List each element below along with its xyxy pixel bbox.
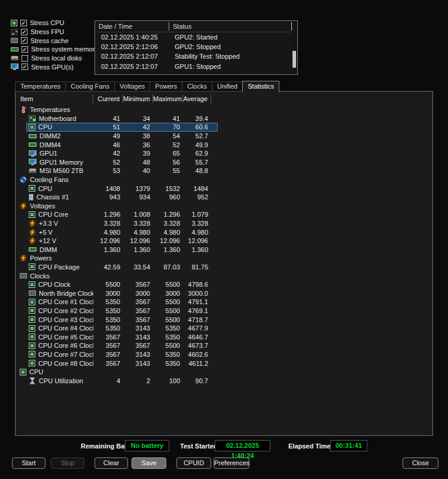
tab-statistics[interactable]: Statistics: [242, 81, 279, 92]
value-cell: 3.328: [153, 220, 183, 227]
checkbox[interactable]: ✓: [20, 20, 27, 26]
checkbox[interactable]: ✓: [21, 29, 28, 35]
stop-button[interactable]: Stop: [51, 457, 84, 469]
checkbox[interactable]: ✓: [21, 37, 28, 44]
table-row[interactable]: +5 V4.9804.9804.9804.980: [16, 228, 432, 237]
table-row[interactable]: MSI M560 2TB53405548.8: [16, 166, 432, 175]
column-average[interactable]: Average: [183, 95, 211, 103]
start-button[interactable]: Start: [12, 457, 45, 469]
table-row[interactable]: CPU Core #7 Clock3567314353504602.6: [16, 350, 432, 359]
value-cell: 39.4: [183, 115, 211, 122]
log-column-status[interactable]: Status: [169, 22, 292, 31]
column-maximum[interactable]: Maximum: [153, 95, 183, 103]
table-row[interactable]: Cooling Fans: [16, 175, 432, 184]
cpuid-button[interactable]: CPUID: [176, 457, 211, 469]
table-row[interactable]: DIMM446365249.9: [16, 140, 432, 149]
checkbox[interactable]: ✓: [22, 46, 28, 53]
value-cell: 4646.7: [183, 334, 211, 341]
table-row[interactable]: CPU Core #3 Clock5350356755004718.7: [16, 315, 432, 324]
close-button[interactable]: Close: [403, 457, 438, 469]
log-row[interactable]: 02.12.2025 2:12:06GPU2: Stopped: [95, 42, 297, 51]
item-cell: CPU Clock: [16, 281, 93, 288]
value-cell: 51: [93, 123, 123, 131]
column-item[interactable]: Item: [16, 95, 93, 103]
disk-icon: [11, 56, 19, 60]
event-log: Date / Time Status 02.12.2025 1:40:25GPU…: [95, 20, 298, 75]
table-row[interactable]: Chassis #1943934960952: [16, 193, 432, 202]
table-row[interactable]: Temperatures: [16, 105, 432, 114]
value-cell: 4.980: [183, 229, 211, 236]
checkbox[interactable]: ✓: [22, 63, 28, 70]
table-header: Item Current Minimum Maximum Average: [16, 95, 432, 103]
log-row[interactable]: 02.12.2025 2:12:07GPU1: Stopped: [95, 62, 297, 71]
case-icon: [29, 194, 33, 201]
table-rows: TemperaturesMotherboard41344139.4CPU5142…: [16, 105, 432, 385]
table-row[interactable]: GPU142396562.9: [16, 149, 432, 158]
checkbox[interactable]: [22, 55, 28, 62]
table-row[interactable]: +12 V12.09612.09612.09612.096: [16, 237, 432, 245]
tab-cooling-fans[interactable]: Cooling Fans: [65, 81, 115, 92]
table-row[interactable]: CPU Package42.5933.5487.0381.75: [16, 263, 432, 272]
item-label: Voltages: [30, 202, 55, 210]
table-row[interactable]: North Bridge Clock3000300030003000.0: [16, 289, 432, 298]
tab-powers[interactable]: Powers: [150, 81, 182, 92]
tab-voltages[interactable]: Voltages: [114, 81, 150, 92]
item-cell: CPU Core #3 Clock: [16, 316, 93, 323]
table-row[interactable]: Clocks: [16, 271, 432, 280]
event-log-header: Date / Time Status: [95, 21, 297, 32]
table-row[interactable]: DIMM1.3601.3601.3601.360: [16, 245, 432, 254]
item-label: Temperatures: [30, 106, 70, 113]
table-row[interactable]: CPU1408137915321484: [16, 184, 432, 193]
value-cell: 3000.0: [183, 290, 211, 297]
log-scrollbar-thumb[interactable]: [292, 51, 296, 68]
table-row[interactable]: Powers: [16, 254, 432, 263]
value-cell: 934: [123, 193, 153, 201]
table-row[interactable]: CPU Core1.2961.0081.2961.079: [16, 210, 432, 219]
table-row[interactable]: DIMM249385452.7: [16, 132, 432, 141]
table-row[interactable]: CPU51427060.6: [16, 123, 432, 132]
preferences-button[interactable]: Preferences: [214, 457, 249, 469]
save-button[interactable]: Save: [132, 457, 166, 469]
table-row[interactable]: CPU Core #4 Clock5350314353504677.9: [16, 324, 432, 333]
table-row[interactable]: CPU Core #6 Clock3567356755004673.7: [16, 341, 432, 350]
log-date-cell: 02.12.2025 2:12:06: [95, 43, 171, 50]
value-cell: 5500: [93, 281, 123, 288]
value-cell: 4.980: [123, 229, 153, 236]
table-row[interactable]: +3.3 V3.3283.3283.3283.328: [16, 219, 432, 228]
value-cell: 56: [153, 159, 183, 166]
table-row[interactable]: Motherboard41344139.4: [16, 114, 432, 123]
value-cell: 36: [123, 141, 153, 148]
column-current[interactable]: Current: [93, 95, 123, 103]
chip-icon: [29, 211, 35, 218]
table-row[interactable]: CPU Core #1 Clock5350356755004791.1: [16, 298, 432, 307]
table-row[interactable]: CPU Clock5500356755004798.6: [16, 280, 432, 289]
bolt-icon: [29, 229, 36, 236]
log-row[interactable]: 02.12.2025 2:12:07Stability Test: Stoppe…: [95, 51, 297, 61]
clear-button[interactable]: Clear: [95, 457, 128, 469]
stress-option-label: Stress local disks: [31, 54, 82, 62]
value-cell: 5350: [153, 325, 183, 332]
column-minimum[interactable]: Minimum: [123, 95, 153, 103]
tab-unified[interactable]: Unified: [212, 81, 243, 92]
log-row[interactable]: 02.12.2025 1:40:25GPU2: Started: [95, 32, 297, 42]
item-label: CPU Clock: [38, 281, 71, 288]
table-row[interactable]: Voltages: [16, 202, 432, 211]
log-column-date-time[interactable]: Date / Time: [95, 22, 169, 31]
table-row[interactable]: CPU Core #8 Clock3567314353504611.2: [16, 359, 432, 368]
table-row[interactable]: CPU Core #2 Clock5350356755004769.1: [16, 307, 432, 316]
item-cell: GPU1: [16, 150, 93, 157]
tab-temperatures[interactable]: Temperatures: [15, 81, 66, 92]
table-row[interactable]: CPU: [16, 368, 432, 377]
value-cell: 5500: [153, 316, 183, 323]
item-cell: CPU Core: [16, 211, 93, 218]
table-row[interactable]: GPU1 Memory52485655.7: [16, 158, 432, 167]
item-label: CPU Core #4 Clock: [38, 325, 93, 332]
table-row[interactable]: CPU Core #5 Clock3567314353504646.7: [16, 332, 432, 341]
item-cell: MSI M560 2TB: [16, 167, 93, 174]
value-cell: 3143: [123, 351, 153, 358]
tab-clocks[interactable]: Clocks: [182, 81, 212, 92]
log-scrollbar[interactable]: [292, 22, 297, 74]
value-cell: 4791.1: [183, 298, 211, 305]
table-row[interactable]: CPU Utilization4210090.7: [16, 376, 432, 385]
value-cell: 4798.6: [183, 281, 211, 288]
